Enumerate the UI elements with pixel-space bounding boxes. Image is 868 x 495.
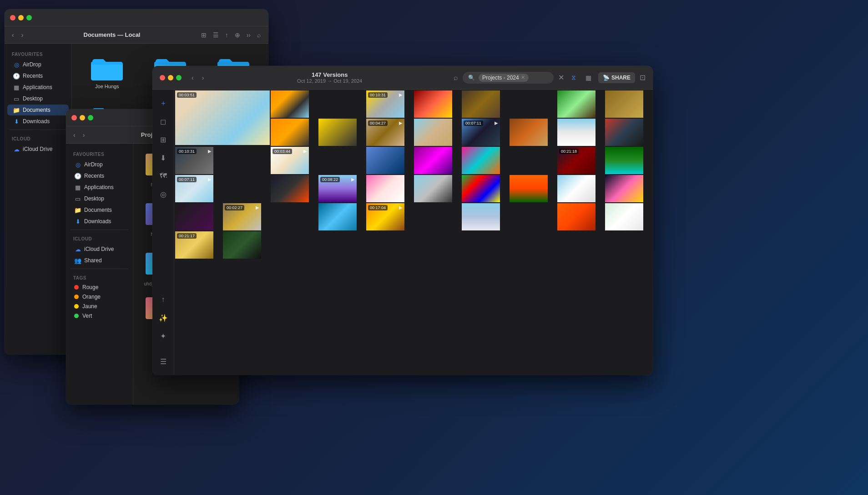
airdrop-label-1: AirDrop [23, 61, 41, 68]
view-icon-list[interactable]: ☰ [211, 30, 221, 40]
share-button-photos[interactable]: 📡 SHARE [598, 72, 635, 83]
photo-cell-32[interactable] [175, 203, 213, 230]
sidebar-item-downloads-2[interactable]: ⬇ Downloads [69, 216, 130, 227]
sidebar-item-recents-2[interactable]: 🕐 Recents [69, 170, 130, 181]
photo-cell-28[interactable] [462, 175, 500, 202]
sidebar-item-applications-1[interactable]: ▦ Applications [7, 82, 69, 93]
back-button-1[interactable]: ‹ [10, 30, 16, 40]
more-icon[interactable]: ›› [244, 30, 253, 40]
photo-cell-7[interactable] [605, 90, 643, 118]
sidebar-ai-icon[interactable]: ✨ [155, 310, 172, 326]
sidebar-grid-btn[interactable]: ⊞ [155, 131, 172, 148]
photo-cell-21[interactable]: 00:21:18 [557, 147, 595, 174]
photo-cell-26[interactable] [366, 175, 404, 202]
photo-cell-6[interactable] [557, 90, 595, 118]
photo-cell-22[interactable] [605, 147, 643, 174]
photo-cell-10[interactable]: 00:04:27 ▶ [366, 119, 404, 146]
photo-cell-27[interactable] [414, 175, 452, 202]
sidebar-item-icloud-2[interactable]: ☁ iCloud Drive [69, 244, 130, 255]
photo-cell-29[interactable] [510, 175, 548, 202]
sidebar-item-shared-2[interactable]: 👥 Shared [69, 255, 130, 266]
chart-icon-btn[interactable]: ▦ [583, 73, 594, 83]
photos-nav-forward[interactable]: › [200, 73, 206, 82]
forward-button-1[interactable]: › [20, 30, 25, 40]
sidebar-item-applications-2[interactable]: ▦ Applications [69, 182, 130, 193]
photo-cell-33[interactable]: 00:02:27 ▶ [223, 203, 261, 230]
search-tag-close-btn[interactable]: ✕ [521, 75, 525, 80]
photo-cell-39[interactable]: 00:21:17 [175, 231, 213, 259]
photo-cell-19[interactable] [414, 147, 452, 174]
photo-cell-23[interactable]: 00:07:11 ▶ [175, 175, 213, 202]
photo-cell-34[interactable] [318, 203, 357, 230]
photo-cell-25[interactable]: 00:08:22 ▶ [318, 175, 357, 202]
photo-cell-24[interactable] [271, 175, 309, 202]
sidebar-item-desktop-1[interactable]: ▭ Desktop [7, 93, 69, 104]
view-icon-grid[interactable]: ⊞ [199, 30, 209, 40]
photo-cell-40[interactable] [223, 231, 261, 259]
minimize-button-1[interactable] [18, 15, 24, 20]
sidebar-share-icon[interactable]: ↑ [155, 291, 172, 308]
tag-orange-2[interactable]: Orange [69, 292, 130, 301]
photo-cell-9[interactable] [318, 119, 357, 146]
sidebar-item-airdrop-2[interactable]: ◎ AirDrop [69, 159, 130, 170]
photo-cell-11[interactable] [414, 119, 452, 146]
photo-cell-37[interactable] [557, 203, 595, 230]
tag-icon[interactable]: ⊕ [232, 30, 242, 40]
close-button-photos[interactable] [160, 75, 165, 80]
photo-cell-3[interactable]: 00:10:31 ▶ [366, 90, 404, 118]
sidebar-map-btn[interactable]: 🗺 [155, 168, 172, 184]
minimize-button-2[interactable] [80, 115, 85, 120]
forward-button-2[interactable]: › [81, 130, 87, 140]
maximize-button-2[interactable] [88, 115, 93, 120]
photos-search-icon[interactable]: ⌕ [454, 74, 458, 82]
folder-joe-hungs[interactable]: Joe Hungs [79, 51, 135, 93]
photo-cell-1[interactable]: 00:03:51 [175, 90, 270, 145]
sidebar-item-icloud-1[interactable]: ☁ iCloud Drive [7, 144, 69, 155]
close-button-1[interactable] [10, 15, 15, 20]
photo-cell-36[interactable] [462, 203, 500, 230]
photo-cell-12[interactable]: 00:07:11 ▶ [462, 119, 500, 146]
sidebar-item-downloads-1[interactable]: ⬇ Downloads [7, 116, 69, 127]
sidebar-item-airdrop-1[interactable]: ◎ AirDrop [7, 59, 69, 70]
photo-cell-20[interactable] [462, 147, 500, 174]
photo-cell-15[interactable] [605, 119, 643, 146]
photo-cell-17[interactable]: 00:03:44 ▶ [271, 147, 309, 174]
minimize-button-photos[interactable] [168, 75, 173, 80]
photo-cell-31[interactable] [605, 175, 643, 202]
photo-cell-38[interactable] [605, 203, 643, 230]
photo-cell-16[interactable]: 00:10:31 ▶ [175, 147, 213, 174]
photos-window-close[interactable]: ✕ [558, 73, 564, 82]
sidebar-item-desktop-2[interactable]: ▭ Desktop [69, 193, 130, 204]
photo-cell-5[interactable] [462, 90, 500, 118]
filter-icon-btn[interactable]: ⧖ [569, 73, 579, 82]
photo-cell-35[interactable]: 00:17:04 ▶ [366, 203, 404, 230]
sidebar-face-btn[interactable]: ◎ [155, 186, 172, 202]
sidebar-add-btn[interactable]: ＋ [155, 95, 172, 111]
photo-cell-18[interactable] [366, 147, 404, 174]
maximize-button-1[interactable] [26, 15, 32, 20]
back-button-2[interactable]: ‹ [71, 130, 77, 140]
photo-cell-4[interactable] [414, 90, 452, 118]
folder-joe-hungs-label: Joe Hungs [95, 84, 119, 89]
maximize-button-photos[interactable] [176, 75, 182, 80]
tag-vert-2[interactable]: Vert [69, 311, 130, 320]
sidebar-select-btn[interactable]: ◻ [155, 113, 172, 130]
sidebar-ai2-icon[interactable]: ✦ [155, 328, 172, 344]
sidebar-item-documents-2[interactable]: 📁 Documents [69, 205, 130, 215]
photo-cell-30[interactable] [557, 175, 595, 202]
sidebar-toggle-btn[interactable]: ⊡ [640, 73, 646, 82]
sidebar-item-recents-1[interactable]: 🕐 Recents [7, 70, 69, 81]
search-icon-btn[interactable]: ⌕ [255, 30, 263, 40]
tag-rouge-2[interactable]: Rouge [69, 283, 130, 292]
photo-cell-2[interactable] [271, 90, 309, 118]
photos-nav-back[interactable]: ‹ [190, 73, 196, 82]
close-button-2[interactable] [71, 115, 77, 120]
tag-jaune-2[interactable]: Jaune [69, 302, 130, 311]
photo-cell-13[interactable] [510, 119, 548, 146]
photo-cell-14[interactable] [557, 119, 595, 146]
sidebar-menu-icon[interactable]: ☰ [155, 353, 172, 370]
share-icon[interactable]: ↑ [223, 30, 231, 40]
photo-cell-8[interactable] [271, 119, 309, 146]
sidebar-download-btn[interactable]: ⬇ [155, 150, 172, 166]
sidebar-item-documents-1[interactable]: 📁 Documents [7, 105, 69, 115]
